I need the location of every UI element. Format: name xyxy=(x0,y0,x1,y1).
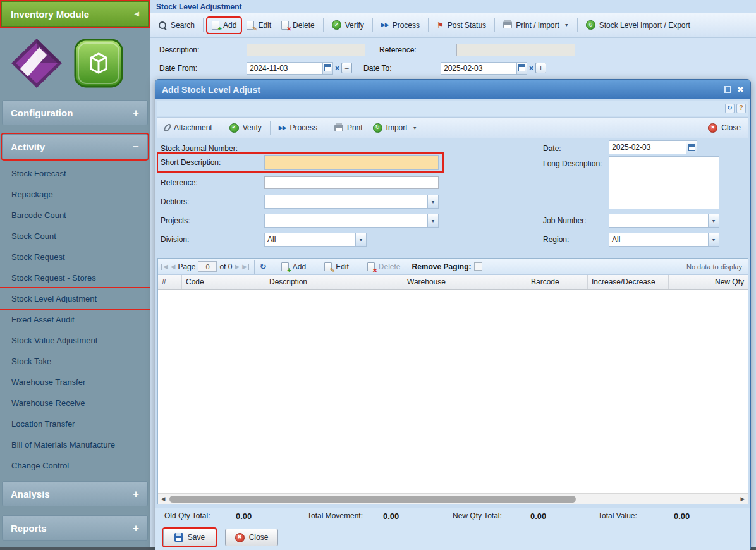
projects-value[interactable] xyxy=(265,214,427,227)
toolbar-separator xyxy=(358,260,358,274)
toolbar-separator xyxy=(494,18,495,32)
scrollbar-thumb[interactable] xyxy=(169,496,576,503)
job-number-value[interactable] xyxy=(609,214,708,227)
sidebar-item-barcode-count[interactable]: Barcode Count xyxy=(0,205,150,226)
post-status-button[interactable]: ⚑ Post Status xyxy=(432,18,491,33)
verify-button[interactable]: ✔ Verify xyxy=(327,17,369,33)
process-button[interactable]: ▶▶ Process xyxy=(377,18,424,33)
grid-refresh-icon[interactable]: ↻ xyxy=(260,262,267,271)
column-header-new-qty[interactable]: New Qty xyxy=(669,275,748,289)
sidebar-item-fixed-asset-audit[interactable]: Fixed Asset Audit xyxy=(0,309,150,330)
first-page-icon[interactable]: ◀ xyxy=(161,264,168,270)
chevron-down-icon[interactable]: ▼ xyxy=(427,214,438,227)
column-header-code[interactable]: Code xyxy=(182,275,265,289)
calendar-trigger-icon[interactable] xyxy=(516,62,527,75)
calendar-trigger-icon[interactable] xyxy=(686,141,697,154)
edit-button[interactable]: ✎ Edit xyxy=(242,18,276,33)
remove-paging-label: Remove Paging: xyxy=(412,262,472,271)
module-header[interactable]: Inventory Module ◀ xyxy=(1,1,149,27)
grid-delete-button[interactable]: ✖ Delete xyxy=(363,260,405,273)
collapse-icon[interactable]: ◀ xyxy=(134,11,139,17)
help-icon[interactable]: ? xyxy=(736,104,746,113)
grid-header-row: # Code Description Warehouse Barcode Inc… xyxy=(158,275,748,290)
add-button[interactable]: + Add xyxy=(207,18,241,33)
sidebar-item-stock-value-adjustment[interactable]: Stock Value Adjustment xyxy=(0,330,150,351)
stock-level-import-export-button[interactable]: ↻ Stock Level Import / Export xyxy=(582,17,695,33)
search-button[interactable]: Search xyxy=(154,18,199,33)
expand-icon: + xyxy=(133,489,139,499)
grid-edit-button[interactable]: ✎ Edit xyxy=(320,260,353,273)
date-from-label: Date From: xyxy=(159,64,247,73)
save-button[interactable]: Save xyxy=(163,529,216,546)
dialog-print-button[interactable]: Print xyxy=(330,120,367,135)
refresh-icon[interactable]: ↻ xyxy=(725,104,735,113)
column-header-warehouse[interactable]: Warehouse xyxy=(403,275,527,289)
sidebar-item-location-transfer[interactable]: Location Transfer xyxy=(0,413,150,434)
sidebar-item-stock-take[interactable]: Stock Take xyxy=(0,351,150,372)
sidebar-item-stock-count[interactable]: Stock Count xyxy=(0,226,150,247)
expand-filter-button[interactable]: + xyxy=(535,63,546,73)
sidebar-item-repackage[interactable]: Repackage xyxy=(0,184,150,205)
date-from-input[interactable] xyxy=(247,62,322,75)
sidebar-item-stock-request-stores[interactable]: Stock Request - Stores xyxy=(0,267,150,288)
dialog-reference-input[interactable] xyxy=(264,176,439,189)
previous-page-icon[interactable]: ◀ xyxy=(171,264,176,270)
company-logo xyxy=(10,37,63,89)
dialog-import-button[interactable]: ↻ Import ▼ xyxy=(369,120,422,136)
section-configuration[interactable]: Configuration + xyxy=(2,100,148,125)
delete-button[interactable]: ✖ Delete xyxy=(277,18,319,33)
sidebar-item-warehouse-transfer[interactable]: Warehouse Transfer xyxy=(0,372,150,393)
print-import-button[interactable]: Print / Import ▼ xyxy=(499,18,573,33)
date-from-field xyxy=(247,62,333,75)
date-value[interactable]: 2025-02-03 xyxy=(609,141,686,154)
grid-add-button[interactable]: + Add xyxy=(277,260,310,273)
maximize-icon[interactable] xyxy=(724,86,731,93)
section-activity[interactable]: Activity − xyxy=(2,134,148,159)
sidebar-item-stock-request[interactable]: Stock Request xyxy=(0,247,150,267)
column-header-barcode[interactable]: Barcode xyxy=(527,275,588,289)
debtors-value[interactable] xyxy=(265,195,427,208)
dialog-header[interactable]: Add Stock Level Adjust ✖ xyxy=(155,80,750,99)
clear-date-icon[interactable]: × xyxy=(529,64,533,72)
close-icon[interactable]: ✖ xyxy=(737,85,744,94)
sidebar-item-bom-manufacture[interactable]: Bill of Materials Manufacture xyxy=(0,434,150,455)
chevron-down-icon[interactable]: ▼ xyxy=(427,195,438,208)
attachment-button[interactable]: Attachment xyxy=(161,120,217,135)
column-header-number[interactable]: # xyxy=(158,275,182,289)
collapse-filter-button[interactable]: − xyxy=(341,63,352,73)
division-value[interactable]: All xyxy=(265,233,355,246)
region-value[interactable]: All xyxy=(609,233,708,246)
chevron-down-icon[interactable]: ▼ xyxy=(708,233,719,246)
dialog-process-button[interactable]: ▶▶ Process xyxy=(274,120,322,135)
sidebar-item-warehouse-receive[interactable]: Warehouse Receive xyxy=(0,393,150,413)
footer-close-button[interactable]: ✖ Close xyxy=(225,529,278,546)
chevron-down-icon[interactable]: ▼ xyxy=(708,214,719,227)
import-icon: ↻ xyxy=(373,123,382,133)
next-page-icon[interactable]: ▶ xyxy=(235,264,240,270)
short-description-input[interactable] xyxy=(264,155,439,170)
sidebar-item-change-control[interactable]: Change Control xyxy=(0,455,150,476)
remove-paging-checkbox[interactable] xyxy=(474,262,482,271)
reference-input[interactable] xyxy=(456,44,575,56)
toolbar-separator xyxy=(577,18,578,32)
scroll-left-icon[interactable]: ◀ xyxy=(158,496,168,502)
chevron-down-icon[interactable]: ▼ xyxy=(355,233,366,246)
column-header-increase-decrease[interactable]: Increase/Decrease xyxy=(588,275,669,289)
column-header-description[interactable]: Description xyxy=(265,275,403,289)
sidebar-item-stock-level-adjustment[interactable]: Stock Level Adjustment xyxy=(0,288,150,309)
job-number-label: Job Number: xyxy=(543,213,607,228)
page-input[interactable] xyxy=(198,261,217,272)
dialog-verify-button[interactable]: ✔ Verify xyxy=(225,120,266,136)
last-page-icon[interactable]: ▶ xyxy=(242,264,249,270)
description-input[interactable] xyxy=(247,44,365,56)
long-description-textarea[interactable] xyxy=(609,156,719,209)
scroll-right-icon[interactable]: ▶ xyxy=(738,496,748,502)
clear-date-icon[interactable]: × xyxy=(335,64,339,72)
date-to-input[interactable] xyxy=(441,62,516,75)
section-reports[interactable]: Reports + xyxy=(2,515,148,541)
calendar-trigger-icon[interactable] xyxy=(322,62,333,75)
section-analysis[interactable]: Analysis + xyxy=(2,481,148,506)
dialog-close-button[interactable]: ✖ Close xyxy=(704,120,745,136)
old-qty-total-label: Old Qty Total: xyxy=(164,511,210,520)
sidebar-item-stock-forecast[interactable]: Stock Forecast xyxy=(0,163,150,184)
